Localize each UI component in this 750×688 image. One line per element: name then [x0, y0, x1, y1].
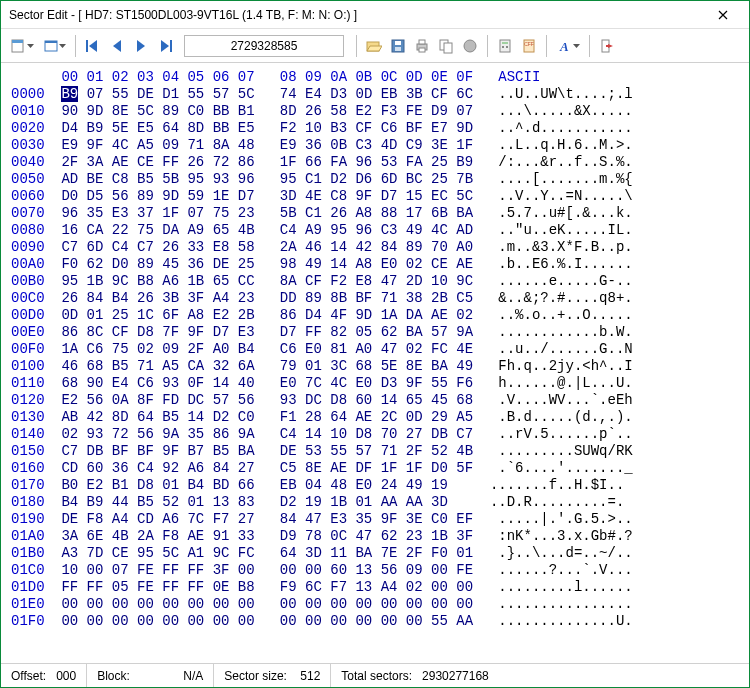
toolbar: CFF A: [1, 29, 749, 63]
last-sector-button[interactable]: [154, 35, 176, 57]
svg-rect-11: [419, 40, 425, 44]
close-button[interactable]: [703, 5, 743, 25]
svg-rect-3: [45, 41, 57, 43]
sector-number-input[interactable]: [184, 35, 344, 57]
calc-button[interactable]: [494, 35, 516, 57]
view-menu-button[interactable]: [39, 35, 69, 57]
paste-button[interactable]: [459, 35, 481, 57]
svg-rect-1: [12, 40, 23, 43]
status-block: Block: N/A: [87, 664, 214, 687]
svg-rect-9: [395, 47, 401, 51]
status-sectorsize: Sector size: 512: [214, 664, 331, 687]
svg-rect-5: [170, 40, 172, 52]
svg-rect-16: [500, 40, 510, 52]
svg-text:A: A: [559, 39, 569, 54]
svg-rect-18: [502, 46, 504, 48]
svg-rect-19: [506, 46, 508, 48]
svg-rect-17: [502, 42, 508, 44]
print-button[interactable]: [411, 35, 433, 57]
svg-text:CFF: CFF: [524, 41, 534, 47]
status-totalsectors: Total sectors: 2930277168: [331, 664, 749, 687]
prev-sector-button[interactable]: [106, 35, 128, 57]
statusbar: Offset: 000 Block: N/A Sector size: 512 …: [1, 663, 749, 687]
checksum-button[interactable]: CFF: [518, 35, 540, 57]
font-button[interactable]: A: [553, 35, 583, 57]
hex-viewer[interactable]: 00 01 02 03 04 05 06 07 08 09 0A 0B 0C 0…: [1, 63, 749, 663]
open-button[interactable]: [363, 35, 385, 57]
exit-button[interactable]: [596, 35, 618, 57]
copy-button[interactable]: [435, 35, 457, 57]
first-sector-button[interactable]: [82, 35, 104, 57]
titlebar: Sector Edit - [ HD7: ST1500DL003-9VT16L …: [1, 1, 749, 29]
svg-rect-14: [444, 43, 452, 53]
svg-point-15: [464, 40, 476, 52]
save-button[interactable]: [387, 35, 409, 57]
svg-rect-8: [395, 41, 401, 45]
file-menu-button[interactable]: [7, 35, 37, 57]
next-sector-button[interactable]: [130, 35, 152, 57]
svg-rect-24: [606, 45, 610, 47]
svg-rect-4: [86, 40, 88, 52]
status-offset: Offset: 000: [1, 664, 87, 687]
svg-rect-12: [419, 48, 425, 52]
window-title: Sector Edit - [ HD7: ST1500DL003-9VT16L …: [7, 8, 703, 22]
